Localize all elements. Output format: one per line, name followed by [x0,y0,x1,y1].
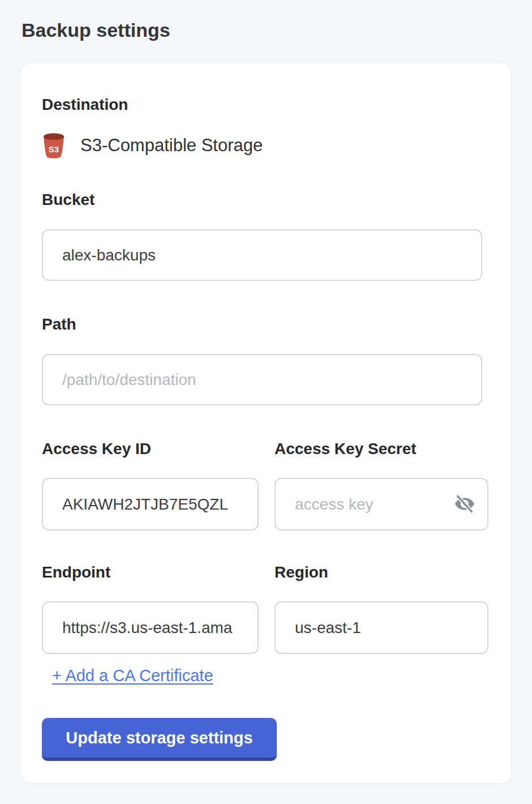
region-input[interactable] [274,601,488,654]
endpoint-input[interactable] [42,601,259,654]
page-title: Backup settings [0,0,532,41]
bucket-input[interactable] [42,229,482,281]
bucket-label: Bucket [42,190,490,209]
access-key-id-input[interactable] [42,478,259,531]
add-ca-certificate-link[interactable]: + Add a CA Certificate [52,666,213,685]
destination-value: S3-Compatible Storage [80,135,263,156]
access-keys-row: Access Key ID Access Key Secret [42,439,490,531]
endpoint-region-row: Endpoint Region [42,563,490,654]
destination-row: S3 S3-Compatible Storage [42,132,490,159]
path-input[interactable] [42,354,482,405]
access-key-secret-field [274,478,488,531]
access-key-id-label: Access Key ID [42,439,259,459]
access-key-id-column: Access Key ID [42,439,259,531]
access-key-secret-label: Access Key Secret [274,439,488,459]
toggle-secret-visibility-button[interactable] [452,491,477,516]
region-column: Region [274,563,488,654]
destination-label: Destination [42,95,490,114]
s3-icon-badge-text: S3 [49,144,59,154]
endpoint-label: Endpoint [42,563,259,582]
backup-settings-card: Destination S3 S3-Compatible Storage Buc… [22,63,510,783]
update-storage-settings-button[interactable]: Update storage settings [42,718,277,761]
region-label: Region [274,563,488,582]
access-key-secret-column: Access Key Secret [274,439,488,531]
s3-bucket-icon: S3 [42,132,66,159]
endpoint-column: Endpoint [42,563,259,654]
eye-off-icon [453,493,476,515]
path-label: Path [42,315,490,334]
